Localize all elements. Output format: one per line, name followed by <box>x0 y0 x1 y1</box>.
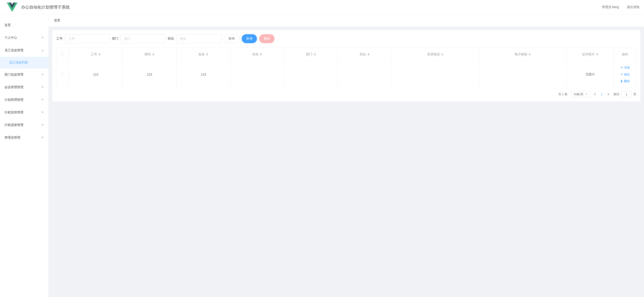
column-header[interactable]: 职位 <box>338 48 392 61</box>
search-row: 工号 部门 职位 查询 新增 删除 <box>56 34 636 43</box>
sort-icon[interactable] <box>260 53 262 56</box>
column-header[interactable]: 联系电话 <box>392 48 479 61</box>
zhiwei-input[interactable] <box>176 34 222 43</box>
sidebar-item-3[interactable]: 部门信息管理 <box>0 68 48 81</box>
chevron-down-icon <box>41 111 44 114</box>
chevron-down-icon <box>41 136 44 139</box>
chevron-up-icon <box>41 49 44 52</box>
column-header[interactable]: 密码 <box>123 48 176 61</box>
header: 办公自动化计划管理子系统 管理员 liang 退出登陆 <box>0 0 644 14</box>
next-page-icon[interactable] <box>607 93 610 96</box>
chevron-down-icon <box>585 93 588 96</box>
goto-suffix: 页 <box>634 92 636 96</box>
chevron-down-icon <box>41 73 44 76</box>
query-button[interactable]: 查询 <box>224 34 240 43</box>
sidebar-item-4[interactable]: 会议管理管理 <box>0 81 48 94</box>
table-row: 123123123无图片详情修改删除 <box>56 61 636 88</box>
sort-icon[interactable] <box>206 53 208 56</box>
header-right: 管理员 liang 退出登陆 <box>602 5 640 9</box>
add-button[interactable]: 新增 <box>242 34 257 43</box>
pagination: 共 1 条 10条/页 1 前往 页 <box>56 91 636 98</box>
chevron-down-icon <box>41 124 44 126</box>
sort-icon[interactable] <box>441 53 444 56</box>
page-size-select[interactable]: 10条/页 <box>571 91 590 98</box>
sort-icon[interactable] <box>314 53 316 56</box>
column-header[interactable]: 性别 <box>230 48 284 61</box>
column-header[interactable]: 操作 <box>614 48 636 61</box>
content-panel: 工号 部门 职位 查询 新增 删除 工号密码姓名性别部门职位联系电话电子邮箱证件… <box>52 30 640 102</box>
cell-gonghao: 123 <box>69 61 123 88</box>
column-header[interactable]: 工号 <box>69 48 123 61</box>
pagination-total: 共 1 条 <box>558 92 567 96</box>
cell-zhiwei <box>338 61 392 88</box>
sidebar-item-5[interactable]: 计划管理管理 <box>0 94 48 106</box>
select-all-checkbox[interactable] <box>61 52 64 56</box>
sort-icon[interactable] <box>152 53 154 56</box>
logout-link[interactable]: 退出登陆 <box>627 5 640 9</box>
delete-button[interactable]: 删除 <box>259 34 274 43</box>
cell-zhaopian: 无图片 <box>566 61 614 88</box>
chevron-down-icon <box>41 98 44 101</box>
cell-bumen <box>284 61 338 88</box>
detail-link[interactable]: 详情 <box>620 66 630 70</box>
delete-link[interactable]: 删除 <box>620 79 630 83</box>
sidebar-item-0[interactable]: 首页 <box>0 19 48 32</box>
sidebar: 首页个人中心员工信息管理员工信息列表部门信息管理会议管理管理计划管理管理行程安排… <box>0 14 48 297</box>
edit-link[interactable]: 修改 <box>620 72 630 76</box>
breadcrumb: 首页 <box>48 14 644 26</box>
column-header[interactable]: 证件照片 <box>566 48 614 61</box>
goto-input[interactable] <box>621 91 632 98</box>
cell-youxiang <box>479 61 566 88</box>
cell-dianhua <box>392 61 479 88</box>
sort-icon[interactable] <box>98 53 100 56</box>
bumen-label: 部门 <box>112 37 118 41</box>
sidebar-item-1[interactable]: 个人中心 <box>0 32 48 44</box>
column-header[interactable]: 部门 <box>284 48 338 61</box>
sort-icon[interactable] <box>596 53 598 56</box>
gonghao-input[interactable] <box>65 34 110 43</box>
row-checkbox[interactable] <box>61 72 64 76</box>
bumen-input[interactable] <box>120 34 166 43</box>
sidebar-item-7[interactable]: 行程进度管理 <box>0 119 48 132</box>
page-number[interactable]: 1 <box>600 93 603 96</box>
cell-xingming: 123 <box>176 61 230 88</box>
chevron-down-icon <box>41 36 44 39</box>
vue-logo-icon <box>7 2 18 12</box>
cell-xingbie <box>230 61 284 88</box>
sidebar-item-8[interactable]: 管理员管理 <box>0 132 48 144</box>
header-left: 办公自动化计划管理子系统 <box>7 2 70 12</box>
chevron-down-icon <box>41 86 44 89</box>
sidebar-subitem-2-0[interactable]: 员工信息列表 <box>0 57 48 68</box>
data-table: 工号密码姓名性别部门职位联系电话电子邮箱证件照片操作 123123123无图片详… <box>56 48 636 88</box>
prev-page-icon[interactable] <box>593 93 596 96</box>
system-title: 办公自动化计划管理子系统 <box>21 4 70 10</box>
admin-label[interactable]: 管理员 liang <box>602 5 619 9</box>
cell-mima: 123 <box>123 61 176 88</box>
column-header[interactable]: 电子邮箱 <box>479 48 566 61</box>
column-header[interactable]: 姓名 <box>176 48 230 61</box>
gonghao-label: 工号 <box>56 37 62 41</box>
goto-prefix: 前往 <box>614 92 620 96</box>
sidebar-item-2[interactable]: 员工信息管理 <box>0 44 48 57</box>
sidebar-item-6[interactable]: 行程安排管理 <box>0 106 48 119</box>
sort-icon[interactable] <box>368 53 370 56</box>
main-content: 首页 工号 部门 职位 查询 新增 删除 工号密码姓名性别部门职位联系电话电子邮… <box>48 14 644 297</box>
sort-icon[interactable] <box>528 53 531 56</box>
cell-actions: 详情修改删除 <box>614 61 636 88</box>
zhiwei-label: 职位 <box>168 37 174 41</box>
